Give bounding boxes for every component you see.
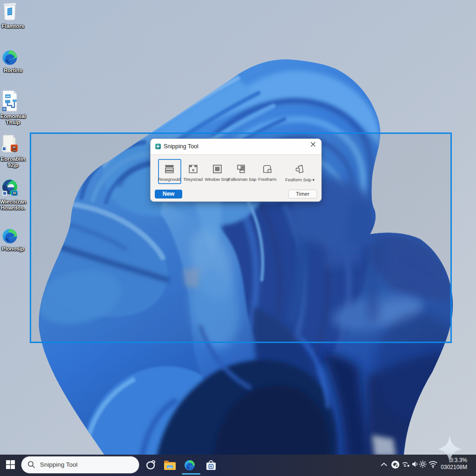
svg-text:fd: fd bbox=[13, 192, 16, 195]
svg-text:zip: zip bbox=[13, 149, 16, 152]
